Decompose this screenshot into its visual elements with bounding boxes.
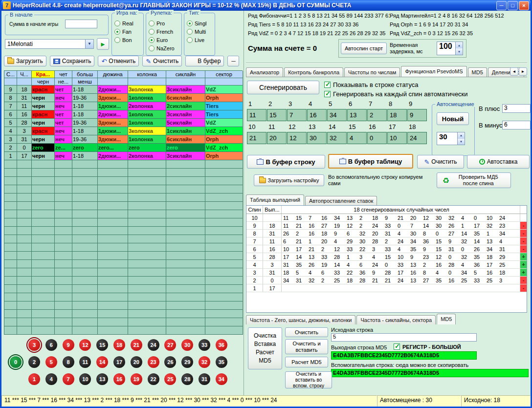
wheel-number-22[interactable]: 22	[148, 373, 159, 385]
wheel-number-26[interactable]: 26	[164, 356, 176, 368]
wheel-number-36[interactable]: 36	[216, 339, 227, 351]
radio-pro[interactable]: Pro	[146, 19, 181, 27]
wheel-number-0[interactable]: 0	[10, 356, 22, 368]
wheel-number-13[interactable]: 13	[96, 373, 108, 385]
wheel-number-9[interactable]: 9	[63, 339, 74, 351]
close-button[interactable]: ×	[519, 1, 529, 10]
bottom-tab-0[interactable]: Частота - Zero, шансы, дюжины, колонки	[246, 315, 355, 324]
clear-grid-button[interactable]: ✎ Очистить	[417, 155, 464, 169]
radio-real[interactable]: Real	[112, 19, 143, 27]
wheel-number-30[interactable]: 30	[181, 339, 193, 351]
plus-field[interactable]: 3	[502, 104, 531, 113]
md5-calc-button[interactable]: Расчет MD5	[285, 357, 328, 367]
preset-select[interactable]: 1Melonati ▼	[5, 39, 94, 49]
wheel-number-21[interactable]: 21	[131, 339, 142, 351]
chevron-down-icon[interactable]: ▼	[85, 40, 93, 48]
md5-output-field[interactable]: E4DA3B7FBBCE2345D7772B0674A318D5	[331, 351, 477, 360]
aux-string-field[interactable]: E4DA3B7FBBCE2345D7772B0674A318D5	[331, 369, 529, 377]
main-tab-3[interactable]: Функционал PsevdoMS	[401, 66, 466, 77]
delay-stepper[interactable]: 100 ▲ ▼	[437, 42, 463, 55]
minimize-button[interactable]: ─	[496, 1, 507, 10]
radio-fan[interactable]: Fan	[112, 27, 143, 36]
wheel-number-35[interactable]: 35	[216, 356, 227, 368]
wheel-number-8[interactable]: 8	[63, 356, 74, 368]
radio-live[interactable]: Live	[184, 36, 215, 44]
wheel-number-10[interactable]: 10	[79, 373, 91, 385]
autospin-start-button[interactable]: Автоспин старт	[341, 43, 387, 54]
main-tab-0[interactable]: Анализатор	[246, 67, 283, 77]
bottom-tab-1[interactable]: Частота - сиклайны, сектора	[356, 315, 436, 324]
offset-up-icon[interactable]: ▲	[458, 132, 465, 139]
main-tab-4[interactable]: MD5	[468, 67, 487, 77]
wheel-number-34[interactable]: 34	[216, 373, 227, 385]
radio-multi[interactable]: Multi	[184, 27, 215, 36]
wheel-number-11[interactable]: 11	[79, 356, 91, 368]
clear-button[interactable]: ✎Очистить	[142, 56, 182, 66]
load-button[interactable]: Загрузить	[4, 56, 46, 66]
wheel-number-20[interactable]: 20	[131, 356, 142, 368]
radio-nazero[interactable]: NaZero	[146, 44, 181, 52]
wheel-number-25[interactable]: 25	[164, 373, 176, 385]
play-button[interactable]: ►	[97, 38, 109, 50]
radio-bon[interactable]: Bon	[112, 36, 143, 44]
checkbox-show-in-status[interactable]: Показывать в строке статуса	[324, 81, 419, 88]
wheel-number-19[interactable]: 19	[131, 373, 142, 385]
source-string-input[interactable]: 5	[331, 333, 477, 342]
drops-tab-1[interactable]: Автопроставление ставок	[305, 196, 377, 205]
wheel-number-23[interactable]: 23	[148, 356, 159, 368]
check-md5-button[interactable]: ♻ Проверить МД5 после спина	[437, 172, 511, 188]
wheel-number-3[interactable]: 3	[28, 339, 40, 351]
wheel-number-5[interactable]: 5	[45, 356, 57, 368]
wheel-number-27[interactable]: 27	[164, 339, 176, 351]
wheel-number-6[interactable]: 6	[45, 339, 57, 351]
delay-up-icon[interactable]: ▲	[456, 42, 463, 48]
maximize-button[interactable]: □	[508, 1, 518, 10]
radio-singl[interactable]: Singl	[184, 19, 215, 27]
wheel-number-32[interactable]: 32	[199, 356, 210, 368]
delay-down-icon[interactable]: ▼	[456, 48, 463, 55]
wheel-number-31[interactable]: 31	[199, 373, 210, 385]
wheel-number-29[interactable]: 29	[181, 356, 193, 368]
wheel-number-17[interactable]: 17	[113, 356, 125, 368]
wheel-number-14[interactable]: 14	[96, 356, 108, 368]
copy-row-button[interactable]: В буфер строку	[247, 155, 325, 169]
wheel-number-4[interactable]: 4	[45, 373, 57, 385]
minus-field[interactable]: 6	[502, 121, 531, 129]
offset-down-icon[interactable]: ▼	[458, 139, 465, 145]
collapse-button[interactable]: ─	[227, 56, 239, 66]
radio-euro[interactable]: Euro	[146, 36, 181, 44]
copy-table-button[interactable]: В буфер таблицу	[328, 154, 413, 169]
main-tab-2[interactable]: Частоты по числам	[344, 67, 400, 77]
md5-clear-paste-aux-button[interactable]: Очистить и вставить во вспом. строку	[285, 371, 332, 388]
wheel-number-33[interactable]: 33	[199, 339, 210, 351]
drops-tab-0[interactable]: Таблица выпадений	[246, 194, 304, 205]
wheel-number-15[interactable]: 15	[96, 339, 108, 351]
main-tab-1[interactable]: Контроль банкролла	[284, 67, 343, 77]
wheel-number-28[interactable]: 28	[181, 373, 193, 385]
wheel-number-12[interactable]: 12	[79, 339, 91, 351]
load-settings-button[interactable]: Загрузить настройку	[254, 174, 324, 186]
wheel-number-18[interactable]: 18	[113, 339, 125, 351]
wheel-number-24[interactable]: 24	[148, 339, 159, 351]
wheel-number-7[interactable]: 7	[63, 373, 74, 385]
wheel-number-1[interactable]: 1	[28, 373, 40, 385]
radio-french[interactable]: French	[146, 27, 181, 36]
checkbox-uppercase[interactable]: РЕГИСТР - БОЛЬШОЙ	[394, 344, 461, 350]
save-button[interactable]: Сохранить	[50, 56, 95, 66]
tab-scroll-right-icon[interactable]: ►	[519, 67, 527, 76]
md5-big-button[interactable]: Очистка Вставка Расчет MD5	[248, 327, 282, 369]
md5-clear-button[interactable]: Очистить	[285, 327, 328, 337]
bottom-tab-2[interactable]: MD5	[437, 314, 456, 324]
copy-buffer-button[interactable]: В буфер	[185, 56, 224, 66]
wheel-number-16[interactable]: 16	[113, 373, 125, 385]
undo-button[interactable]: ↶Отменить	[98, 56, 139, 66]
new-button[interactable]: Новый	[437, 112, 469, 125]
generate-button[interactable]: Сгенерировать	[247, 81, 319, 94]
md5-clear-paste-button[interactable]: Очистить и вставить	[285, 339, 328, 354]
offset-stepper[interactable]: 30 ▲ ▼	[437, 132, 465, 145]
tab-scroll-left-icon[interactable]: ◄	[510, 67, 518, 76]
start-sum-input[interactable]	[65, 20, 97, 28]
checkbox-generate-each-spin[interactable]: Генерировать на каждый спин автоматическ…	[324, 90, 468, 98]
autobet-button[interactable]: Автоставка	[467, 155, 530, 169]
wheel-number-2[interactable]: 2	[28, 356, 40, 368]
